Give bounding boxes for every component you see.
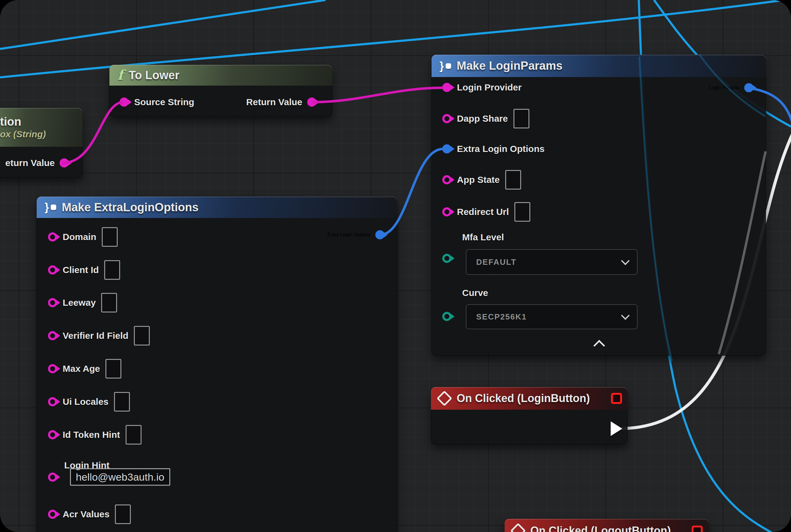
string-return-value-pin[interactable] xyxy=(60,158,69,168)
login-params-out-label: Login Params xyxy=(709,85,739,91)
dapp-share-pin[interactable] xyxy=(442,114,451,123)
exec-output-pin[interactable] xyxy=(611,421,622,436)
dapp-share-value-field[interactable] xyxy=(514,109,529,128)
chevron-down-icon xyxy=(621,311,630,320)
client-id-label: Client Id xyxy=(63,265,99,275)
login-hint-input[interactable]: hello@web3auth.io xyxy=(70,469,170,486)
id-token-hint-label: Id Token Hint xyxy=(63,430,120,440)
domain-pin[interactable] xyxy=(48,232,57,242)
node-string-partial-subtitle: ox (String) xyxy=(0,129,46,139)
verifier-id-value-field[interactable] xyxy=(134,326,150,345)
node-on-clicked-logout-title: On Clicked (LogoutButton) xyxy=(530,524,671,532)
return-value-label: eturn Value xyxy=(5,158,55,168)
redirect-url-pin[interactable] xyxy=(442,207,451,216)
max-age-value-field[interactable] xyxy=(105,359,121,379)
function-icon: f xyxy=(117,69,123,82)
make-struct-icon: } xyxy=(440,60,451,72)
to-lower-return-pin[interactable] xyxy=(307,97,316,107)
curve-label: Curve xyxy=(462,288,488,298)
redirect-url-label: Redirect Url xyxy=(457,207,509,217)
domain-label: Domain xyxy=(63,232,96,242)
acr-values-label: Acr Values xyxy=(63,509,110,519)
make-struct-icon: } xyxy=(45,202,56,213)
app-state-value-field[interactable] xyxy=(505,170,521,190)
mfa-level-dropdown[interactable]: DEFAULT xyxy=(466,249,638,275)
node-make-extra-header[interactable]: } Make ExtraLoginOptions xyxy=(37,196,397,218)
login-hint-pin[interactable] xyxy=(48,472,57,481)
verifier-id-field-label: Verifier Id Field xyxy=(63,330,128,341)
blueprint-graph-canvas[interactable]: tion ox (String) eturn Value f To Lower … xyxy=(0,0,791,532)
curve-dropdown[interactable]: SECP256K1 xyxy=(466,304,638,329)
node-string-partial[interactable]: tion ox (String) eturn Value xyxy=(0,108,82,178)
leeway-label: Leeway xyxy=(63,298,96,308)
node-make-login-params[interactable]: } Make LoginParams Login Params Login Pr… xyxy=(431,55,766,356)
mfa-level-label: Mfa Level xyxy=(462,232,504,243)
max-age-pin[interactable] xyxy=(48,364,57,373)
collapse-node-chevron[interactable] xyxy=(593,340,605,351)
ui-locales-value-field[interactable] xyxy=(114,392,130,412)
leeway-pin[interactable] xyxy=(48,298,57,307)
node-to-lower-header[interactable]: f To Lower xyxy=(110,65,332,86)
source-string-pin[interactable] xyxy=(119,97,129,107)
node-to-lower[interactable]: f To Lower Source String Return Value xyxy=(110,65,332,117)
mfa-level-value: DEFAULT xyxy=(476,258,517,267)
node-make-login-params-header[interactable]: } Make LoginParams xyxy=(431,55,766,77)
dapp-share-label: Dapp Share xyxy=(457,113,508,124)
chevron-down-icon xyxy=(621,256,630,265)
login-params-out-pin[interactable] xyxy=(744,83,753,92)
node-make-extra-login-options[interactable]: } Make ExtraLoginOptions Extra Login Opt… xyxy=(37,196,397,532)
curve-value: SECP256K1 xyxy=(476,312,527,322)
app-state-label: App State xyxy=(457,175,500,185)
extra-login-options-out-pin[interactable] xyxy=(375,230,385,240)
extra-login-options-in-pin[interactable] xyxy=(442,144,451,153)
leeway-value-field[interactable] xyxy=(101,293,117,312)
node-to-lower-title: To Lower xyxy=(129,69,179,82)
app-state-pin[interactable] xyxy=(442,175,451,184)
event-diamond-icon xyxy=(437,391,452,406)
delegate-square-icon[interactable] xyxy=(611,393,622,404)
client-id-value-field[interactable] xyxy=(104,260,120,280)
node-make-extra-title: Make ExtraLoginOptions xyxy=(62,201,199,214)
redirect-url-value-field[interactable] xyxy=(515,202,530,222)
max-age-label: Max Age xyxy=(63,363,100,374)
delegate-square-icon[interactable] xyxy=(692,526,703,532)
ui-locales-pin[interactable] xyxy=(48,397,57,406)
node-on-clicked-login-button[interactable]: On Clicked (LoginButton) xyxy=(431,387,628,444)
curve-pin[interactable] xyxy=(442,312,451,321)
node-on-clicked-login-title: On Clicked (LoginButton) xyxy=(457,392,590,405)
extra-login-options-out-label: Extra Login Options xyxy=(327,232,370,238)
mfa-level-pin[interactable] xyxy=(442,254,451,263)
node-on-clicked-logout-button[interactable]: On Clicked (LogoutButton) xyxy=(505,519,709,532)
node-on-clicked-logout-header[interactable]: On Clicked (LogoutButton) xyxy=(505,519,709,532)
id-token-hint-pin[interactable] xyxy=(48,430,57,439)
node-string-partial-header[interactable]: tion ox (String) xyxy=(0,108,82,147)
login-provider-label: Login Provider xyxy=(457,82,522,93)
source-string-label: Source String xyxy=(134,97,194,107)
verifier-id-field-pin[interactable] xyxy=(48,331,57,340)
extra-login-options-in-label: Extra Login Options xyxy=(457,144,545,154)
node-make-login-params-title: Make LoginParams xyxy=(457,59,562,73)
event-diamond-icon xyxy=(510,523,526,532)
acr-values-value-field[interactable] xyxy=(115,505,131,524)
node-string-partial-title: tion xyxy=(0,115,21,128)
node-on-clicked-login-header[interactable]: On Clicked (LoginButton) xyxy=(431,387,628,410)
blueprint-editor-screenshot: tion ox (String) eturn Value f To Lower … xyxy=(0,0,791,532)
acr-values-pin[interactable] xyxy=(48,510,57,519)
id-token-hint-value-field[interactable] xyxy=(126,425,141,444)
login-provider-pin[interactable] xyxy=(442,83,451,92)
to-lower-return-label: Return Value xyxy=(246,97,302,107)
ui-locales-label: Ui Locales xyxy=(63,397,109,407)
client-id-pin[interactable] xyxy=(48,265,57,274)
domain-value-field[interactable] xyxy=(102,227,118,247)
wire-cyan-topleft-1[interactable] xyxy=(0,0,326,49)
